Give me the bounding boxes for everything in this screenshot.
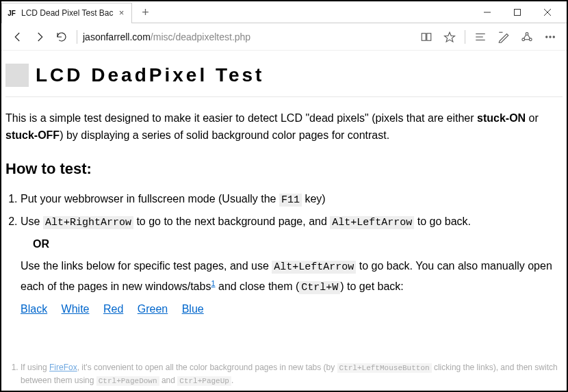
nav-bar: jasonfarrell.com/misc/deadpixeltest.php	[1, 23, 567, 51]
step2-alt-d: ) to get back:	[340, 280, 404, 292]
favicon: JF	[6, 8, 17, 18]
hub-icon[interactable]	[469, 26, 491, 48]
stuck-on: stuck-ON	[477, 112, 526, 124]
link-blue[interactable]: Blue	[182, 303, 204, 315]
step2-text-b: to go to the next background page, and	[133, 215, 330, 227]
color-links: Black White Red Green Blue	[21, 300, 563, 318]
kbd-ctrl-click: Ctrl+LeftMouseButton	[337, 363, 432, 373]
tab-bar: JF LCD Dead Pixel Test Bac × +	[1, 1, 567, 23]
svg-point-18	[550, 36, 551, 37]
separator	[465, 30, 465, 44]
title-badge	[5, 64, 29, 87]
svg-point-11	[526, 32, 528, 35]
or-label: OR	[33, 235, 563, 253]
intro-paragraph: This is a simple test designed to make i…	[5, 109, 563, 144]
svg-line-14	[524, 35, 526, 38]
maximize-button[interactable]	[502, 3, 532, 22]
notes-icon[interactable]	[493, 26, 515, 48]
step-2: Use Alt+RightArrow to go to the next bac…	[21, 213, 563, 318]
fn-a: If using	[21, 363, 49, 372]
back-button[interactable]	[7, 26, 29, 48]
step1-text-b: key)	[302, 193, 326, 205]
svg-marker-6	[445, 32, 455, 42]
kbd-alt-left: Alt+LeftArrow	[330, 216, 414, 229]
stuck-off: stuck-OFF	[5, 129, 60, 141]
footnote-1: If using FireFox, it's convenient to ope…	[21, 361, 563, 387]
svg-point-17	[546, 36, 547, 37]
kbd-f11: F11	[279, 194, 302, 207]
forward-button[interactable]	[29, 26, 51, 48]
address-bar[interactable]: jasonfarrell.com/misc/deadpixeltest.php	[81, 29, 415, 45]
link-green[interactable]: Green	[138, 303, 168, 315]
svg-rect-1	[515, 9, 521, 15]
steps-list: Put your webbrowser in fullscreen mode (…	[21, 190, 563, 318]
more-icon[interactable]	[539, 26, 561, 48]
howto-heading: How to test:	[5, 157, 563, 181]
firefox-link[interactable]: FireFox	[49, 363, 77, 372]
url-host: jasonfarrell.com	[83, 31, 151, 42]
svg-point-19	[553, 36, 554, 37]
svg-line-15	[528, 35, 530, 38]
link-red[interactable]: Red	[103, 303, 123, 315]
svg-point-12	[522, 38, 525, 40]
step-1: Put your webbrowser in fullscreen mode (…	[21, 190, 563, 209]
browser-tab[interactable]: JF LCD Dead Pixel Test Bac ×	[1, 3, 132, 23]
browser-chrome: JF LCD Dead Pixel Test Bac × + jasonfarr…	[1, 1, 567, 51]
intro-after: ) by displaying a series of solid backgr…	[60, 129, 389, 141]
link-white[interactable]: White	[62, 303, 90, 315]
fn-d: and	[159, 376, 178, 385]
tab-title: LCD Dead Pixel Test Bac	[21, 8, 114, 18]
close-window-button[interactable]	[532, 3, 563, 22]
url-path: /misc/deadpixeltest.php	[151, 31, 250, 42]
favorite-star-icon[interactable]	[439, 26, 461, 48]
refresh-button[interactable]	[51, 26, 73, 48]
kbd-alt-right: Alt+RightArrow	[43, 216, 133, 229]
title-wrap: LCD DeadPixel Test	[5, 56, 563, 97]
kbd-ctrl-pgup: Ctrl+PageUp	[177, 376, 231, 386]
page-content: LCD DeadPixel Test This is a simple test…	[1, 51, 567, 326]
step2-alt-c: and close them (	[216, 280, 300, 292]
svg-point-13	[529, 38, 532, 40]
page-title: LCD DeadPixel Test	[36, 60, 264, 91]
link-black[interactable]: Black	[21, 303, 47, 315]
tab-close-icon[interactable]: ×	[116, 8, 127, 18]
footnotes: If using FireFox, it's convenient to ope…	[5, 361, 563, 387]
kbd-ctrl-pgdn: Ctrl+PageDown	[96, 376, 159, 386]
step1-text-a: Put your webbrowser in fullscreen mode (…	[21, 193, 279, 205]
kbd-alt-left-2: Alt+LeftArrow	[272, 261, 356, 274]
intro-text: This is a simple test designed to make i…	[5, 112, 477, 124]
fn-e: .	[231, 376, 233, 385]
fn-b: , it's convenient to open all the color …	[77, 363, 337, 372]
step2-alt-a: Use the links below for specific test pa…	[21, 260, 272, 272]
intro-mid: or	[526, 112, 539, 124]
minimize-button[interactable]	[472, 3, 502, 22]
step2-text-a: Use	[21, 215, 43, 227]
share-icon[interactable]	[516, 26, 538, 48]
separator	[77, 30, 77, 44]
reading-view-icon[interactable]	[415, 26, 437, 48]
kbd-ctrl-w: Ctrl+W	[299, 281, 340, 294]
new-tab-button[interactable]: +	[136, 3, 155, 22]
svg-rect-4	[422, 33, 426, 40]
svg-rect-5	[427, 33, 431, 40]
window-controls	[472, 3, 563, 22]
step2-text-c: to go back.	[414, 215, 471, 227]
toolbar-right	[415, 26, 561, 48]
